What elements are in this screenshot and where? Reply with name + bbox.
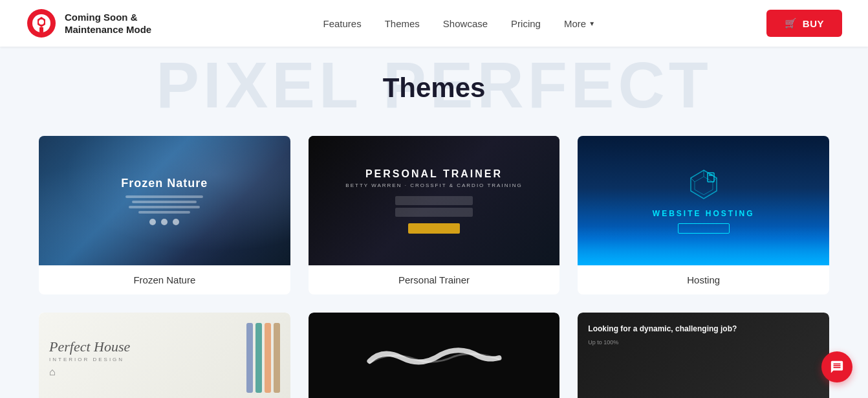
header: Coming Soon & Maintenance Mode Features … — [0, 0, 868, 47]
theme-card-perfect-house[interactable]: Perfect House interior design ⌂ — [39, 313, 290, 398]
nav-features[interactable]: Features — [323, 18, 361, 29]
brush-stroke — [334, 345, 535, 371]
svg-point-2 — [39, 19, 44, 25]
themes-grid: Frozen Nature Frozen Nature — [39, 136, 829, 398]
theme-name-hosting: Hosting — [578, 265, 829, 294]
themes-section: Frozen Nature Frozen Nature — [0, 123, 868, 398]
theme-card-job[interactable]: Looking for a dynamic, challenging job? … — [578, 313, 829, 398]
theme-preview-trainer: PERSONAL TRAINER BETTY WARREN · CROSSFIT… — [309, 136, 560, 265]
cart-icon: 🛒 — [785, 17, 797, 29]
theme-name-frozen-nature: Frozen Nature — [39, 265, 290, 294]
hosting-subscribe-btn — [678, 223, 730, 234]
trainer-preview-sub: BETTY WARREN · CROSSFIT & CARDIO TRAININ… — [309, 182, 560, 188]
frozen-preview-lines — [121, 195, 208, 214]
house-preview-sub: interior design — [49, 357, 130, 362]
job-preview-title: Looking for a dynamic, challenging job? — [588, 323, 737, 335]
svg-line-8 — [691, 178, 695, 182]
main-nav: Features Themes Showcase Pricing More ▼ — [323, 18, 595, 29]
house-color-swatch-3 — [265, 323, 271, 393]
theme-preview-house: Perfect House interior design ⌂ — [39, 313, 290, 398]
theme-card-frozen-nature[interactable]: Frozen Nature Frozen Nature — [39, 136, 290, 294]
theme-preview-black — [309, 313, 560, 398]
theme-name-personal-trainer: Personal Trainer — [309, 265, 560, 294]
house-color-swatch-4 — [274, 323, 280, 393]
theme-card-hosting[interactable]: WEBSITE HOSTING Hosting — [578, 136, 829, 294]
job-preview-sub: Up to 100% — [588, 338, 737, 348]
theme-preview-frozen: Frozen Nature — [39, 136, 290, 265]
house-color-swatch-2 — [255, 323, 262, 393]
frozen-preview-title: Frozen Nature — [121, 177, 208, 190]
theme-preview-hosting: WEBSITE HOSTING — [578, 136, 829, 265]
buy-button[interactable]: 🛒 BUY — [766, 10, 842, 37]
logo-text: Coming Soon & Maintenance Mode — [65, 11, 151, 36]
hero-section: PIXEL PERFECT Themes — [0, 47, 868, 123]
more-dropdown-icon: ▼ — [589, 20, 595, 27]
nav-pricing[interactable]: Pricing — [511, 18, 541, 29]
hosting-3d-icon — [684, 168, 723, 200]
chat-icon — [830, 360, 844, 374]
house-preview-icon: ⌂ — [49, 366, 130, 378]
theme-card-black[interactable] — [309, 313, 560, 398]
nav-showcase[interactable]: Showcase — [443, 18, 488, 29]
theme-preview-job: Looking for a dynamic, challenging job? … — [578, 313, 829, 398]
page-title: Themes — [13, 72, 855, 104]
logo[interactable]: Coming Soon & Maintenance Mode — [26, 8, 151, 39]
nav-themes[interactable]: Themes — [385, 18, 420, 29]
logo-icon — [26, 8, 57, 39]
svg-line-7 — [713, 178, 717, 182]
svg-marker-5 — [695, 177, 713, 195]
svg-rect-10 — [709, 174, 713, 176]
trainer-preview-fields — [309, 196, 560, 234]
house-color-swatch-1 — [246, 323, 253, 393]
chat-bubble[interactable] — [821, 351, 852, 382]
house-preview-title: Perfect House — [49, 338, 130, 355]
nav-more[interactable]: More ▼ — [564, 18, 595, 29]
theme-card-personal-trainer[interactable]: PERSONAL TRAINER BETTY WARREN · CROSSFIT… — [309, 136, 560, 294]
frozen-preview-icons — [121, 219, 208, 225]
hosting-preview-title: WEBSITE HOSTING — [653, 209, 755, 218]
svg-rect-3 — [39, 27, 43, 32]
trainer-preview-title: PERSONAL TRAINER — [309, 168, 560, 180]
